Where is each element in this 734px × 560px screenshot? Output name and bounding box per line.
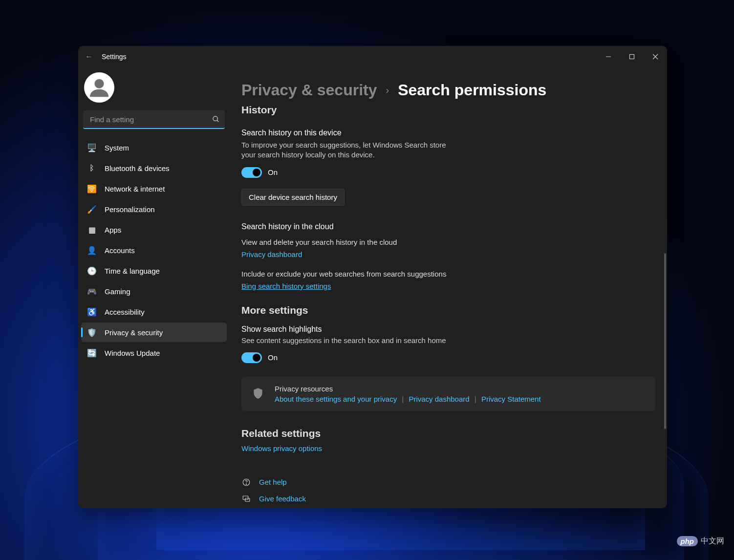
sidebar-item-label: Personalization <box>105 205 155 214</box>
highlights-title: Show search highlights <box>241 325 655 334</box>
sidebar-item-accounts[interactable]: 👤Accounts <box>81 240 227 260</box>
scrollbar[interactable] <box>664 253 666 429</box>
highlights-toggle[interactable] <box>241 352 262 363</box>
close-button[interactable] <box>644 46 667 67</box>
svg-rect-9 <box>243 496 248 500</box>
history-device-toggle[interactable] <box>241 167 262 178</box>
watermark: php 中文网 <box>677 536 725 546</box>
avatar <box>84 72 114 103</box>
history-heading: History <box>241 104 655 116</box>
more-settings-heading: More settings <box>241 304 655 316</box>
main-content: Privacy & security › Search permissions … <box>230 67 667 508</box>
sidebar-item-apps-icon: ▦ <box>87 225 97 235</box>
titlebar: ← Settings <box>78 46 667 67</box>
get-help-link[interactable]: Get help <box>259 478 287 486</box>
svg-rect-1 <box>630 55 634 59</box>
privacy-dashboard-card-link[interactable]: Privacy dashboard <box>409 395 469 403</box>
sidebar-item-label: Bluetooth & devices <box>105 164 170 172</box>
search-input[interactable] <box>83 110 225 129</box>
svg-point-5 <box>213 116 217 121</box>
window-controls <box>597 46 667 67</box>
history-device-desc: To improve your search suggestions, let … <box>241 140 456 160</box>
breadcrumb-current: Search permissions <box>398 81 546 99</box>
sidebar-item-accessibility-icon: ♿ <box>87 307 97 317</box>
about-settings-link[interactable]: About these settings and your privacy <box>275 395 397 403</box>
history-device-toggle-label: On <box>268 168 278 176</box>
sidebar-item-update-icon: 🔄 <box>87 348 97 358</box>
sidebar-item-time-language-icon: 🕒 <box>87 266 97 276</box>
sidebar-item-network-icon: 🛜 <box>87 184 97 194</box>
nav: 🖥️SystemᛒBluetooth & devices🛜Network & i… <box>81 138 227 363</box>
watermark-text: 中文网 <box>701 536 724 546</box>
sidebar-item-label: Time & language <box>105 267 160 275</box>
settings-window: ← Settings 🖥️SystemᛒBluetooth & devices🛜… <box>78 46 667 508</box>
sidebar-item-label: Accounts <box>105 246 135 255</box>
privacy-resources-card: Privacy resources About these settings a… <box>241 377 655 411</box>
breadcrumb-parent[interactable]: Privacy & security <box>241 81 377 99</box>
highlights-desc: See content suggestions in the search bo… <box>241 336 456 345</box>
sidebar-item-label: Accessibility <box>105 308 145 316</box>
svg-point-4 <box>94 79 104 88</box>
shield-icon <box>251 387 265 400</box>
svg-line-6 <box>217 120 218 122</box>
svg-point-8 <box>246 484 246 484</box>
php-badge: php <box>677 536 698 546</box>
help-icon <box>241 477 251 487</box>
sidebar-item-gaming[interactable]: 🎮Gaming <box>81 281 227 301</box>
minimize-button[interactable] <box>597 46 620 67</box>
sidebar: 🖥️SystemᛒBluetooth & devices🛜Network & i… <box>78 67 230 508</box>
sidebar-item-personalization[interactable]: 🖌️Personalization <box>81 199 227 219</box>
privacy-statement-link[interactable]: Privacy Statement <box>481 395 541 403</box>
back-icon[interactable]: ← <box>85 52 94 61</box>
sidebar-item-accounts-icon: 👤 <box>87 245 97 255</box>
sidebar-item-apps[interactable]: ▦Apps <box>81 220 227 239</box>
sidebar-item-system-icon: 🖥️ <box>87 143 97 152</box>
bing-history-link[interactable]: Bing search history settings <box>241 282 331 290</box>
sidebar-item-label: Network & internet <box>105 185 165 193</box>
history-cloud-title: Search history in the cloud <box>241 222 655 231</box>
sidebar-item-label: System <box>105 144 129 152</box>
give-feedback-link[interactable]: Give feedback <box>259 495 306 503</box>
windows-privacy-options-link[interactable]: Windows privacy options <box>241 444 322 452</box>
highlights-toggle-label: On <box>268 353 278 362</box>
sidebar-item-privacy[interactable]: 🛡️Privacy & security <box>81 323 227 342</box>
sidebar-item-bluetooth-icon: ᛒ <box>87 163 97 173</box>
window-title: Settings <box>102 53 127 61</box>
sidebar-item-network[interactable]: 🛜Network & internet <box>81 179 227 198</box>
sidebar-item-accessibility[interactable]: ♿Accessibility <box>81 302 227 322</box>
feedback-icon <box>241 494 251 504</box>
sidebar-item-label: Windows Update <box>105 349 160 357</box>
sidebar-item-label: Gaming <box>105 287 130 296</box>
related-heading: Related settings <box>241 428 655 439</box>
resources-title: Privacy resources <box>275 385 541 393</box>
sidebar-item-label: Apps <box>105 226 121 234</box>
search-icon[interactable] <box>212 115 220 125</box>
cloud-include-desc: Include or exclude your web searches fro… <box>241 270 655 278</box>
sidebar-item-update[interactable]: 🔄Windows Update <box>81 343 227 363</box>
chevron-right-icon: › <box>386 85 389 96</box>
search-wrap <box>83 110 225 129</box>
sidebar-item-bluetooth[interactable]: ᛒBluetooth & devices <box>81 158 227 178</box>
sidebar-item-gaming-icon: 🎮 <box>87 286 97 296</box>
history-device-title: Search history on this device <box>241 129 655 137</box>
sidebar-item-privacy-icon: 🛡️ <box>87 327 97 337</box>
maximize-button[interactable] <box>620 46 644 67</box>
sidebar-item-time-language[interactable]: 🕒Time & language <box>81 261 227 280</box>
clear-history-button[interactable]: Clear device search history <box>241 189 345 206</box>
breadcrumb: Privacy & security › Search permissions <box>241 67 655 104</box>
sidebar-item-system[interactable]: 🖥️System <box>81 138 227 157</box>
profile-block[interactable] <box>81 67 227 110</box>
sidebar-item-personalization-icon: 🖌️ <box>87 204 97 214</box>
cloud-view-desc: View and delete your search history in t… <box>241 238 655 246</box>
sidebar-item-label: Privacy & security <box>105 328 163 337</box>
privacy-dashboard-link[interactable]: Privacy dashboard <box>241 250 302 258</box>
